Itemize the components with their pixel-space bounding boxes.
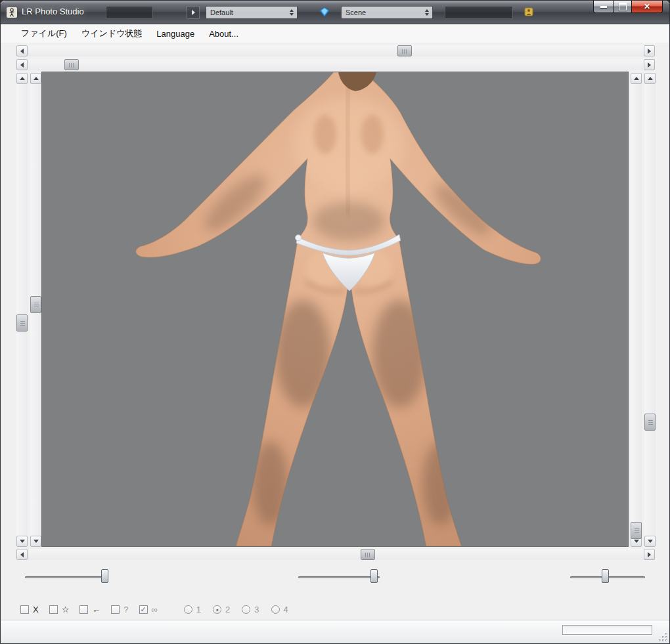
radio-3[interactable]: 3 — [242, 605, 259, 614]
radio-label: 1 — [196, 605, 201, 614]
scrollbar-thumb[interactable] — [30, 296, 41, 313]
window-title: LR Photo Studio — [22, 7, 84, 16]
statusbar — [1, 620, 669, 643]
scene-combobox-value: Scene — [346, 9, 366, 16]
titlebar-dark-field-1[interactable] — [106, 6, 153, 19]
minimize-icon — [600, 6, 607, 8]
scrollbar-track[interactable] — [28, 549, 644, 560]
scrollbar-track[interactable] — [16, 84, 28, 536]
titlebar-dark-field-2[interactable] — [445, 6, 513, 19]
model-render — [42, 72, 628, 546]
menu-about[interactable]: About... — [202, 26, 246, 41]
scroll-up-arrow[interactable] — [631, 73, 642, 84]
slider-right — [566, 567, 650, 588]
left-scrollbar-inner — [30, 73, 41, 547]
slider-left — [20, 567, 112, 588]
scene-combobox[interactable]: Scene — [341, 6, 433, 19]
scrollbar-thumb[interactable] — [361, 549, 375, 560]
menu-window-state[interactable]: ウインドウ状態 — [74, 25, 150, 42]
scroll-up-arrow[interactable] — [16, 73, 28, 84]
scrollbar-thumb[interactable] — [16, 314, 28, 332]
options-row: X ☆ ← ? ✓ ∞ 1 ● 2 3 — [1, 599, 669, 619]
checkbox-label: ∞ — [152, 605, 158, 614]
radio-2[interactable]: ● 2 — [213, 605, 230, 614]
scroll-right-arrow[interactable] — [644, 549, 655, 560]
right-scrollbar-outer — [644, 73, 656, 547]
bottom-scrollbar — [16, 549, 655, 560]
checkbox[interactable] — [20, 605, 29, 614]
minimize-button[interactable] — [593, 1, 613, 13]
scrollbar-track[interactable] — [28, 45, 644, 56]
slider-thumb[interactable] — [602, 569, 609, 583]
radio-4[interactable]: 4 — [271, 605, 288, 614]
radio-label: 4 — [284, 605, 288, 614]
play-icon — [192, 10, 195, 15]
scrollbar-track[interactable] — [30, 84, 41, 536]
app-icon — [7, 7, 17, 18]
close-button[interactable]: ✕ — [631, 1, 663, 13]
slider-thumb[interactable] — [370, 569, 378, 583]
app-window: LR Photo Studio Default Scene ✕ — [0, 0, 670, 644]
radio-button[interactable] — [271, 605, 280, 614]
checkbox-question[interactable]: ? — [111, 605, 128, 614]
scrollbar-track[interactable] — [631, 84, 642, 536]
checkbox-label: X — [33, 605, 39, 614]
checkbox-x[interactable]: X — [20, 605, 39, 614]
slider-track[interactable] — [25, 576, 108, 578]
checkbox[interactable] — [79, 605, 88, 614]
preset-combobox[interactable]: Default — [206, 6, 298, 19]
titlebar[interactable]: LR Photo Studio Default Scene ✕ — [1, 1, 669, 24]
checkbox-label: ☆ — [62, 605, 70, 614]
slider-center — [294, 567, 384, 588]
play-button[interactable] — [187, 6, 200, 19]
status-progress — [562, 625, 652, 635]
close-icon: ✕ — [644, 3, 650, 11]
checkbox-star[interactable]: ☆ — [49, 605, 70, 614]
slider-track[interactable] — [298, 576, 380, 578]
scroll-left-arrow[interactable] — [16, 45, 28, 56]
left-scrollbar-outer — [16, 73, 28, 547]
scrollbar-track[interactable] — [28, 59, 644, 70]
checkbox[interactable]: ✓ — [139, 605, 148, 614]
yellow-icon[interactable] — [524, 7, 533, 16]
radio-1[interactable]: 1 — [184, 605, 201, 614]
blue-gem-icon[interactable] — [320, 7, 329, 16]
checkbox-arrow[interactable]: ← — [79, 605, 100, 614]
resize-grip-icon[interactable] — [659, 633, 667, 641]
menu-file[interactable]: ファイル(F) — [14, 25, 74, 42]
checkbox-infinity[interactable]: ✓ ∞ — [139, 605, 158, 614]
maximize-button[interactable] — [613, 1, 631, 13]
slider-thumb[interactable] — [101, 569, 108, 583]
radio-button[interactable] — [242, 605, 250, 614]
scroll-right-arrow[interactable] — [644, 45, 655, 56]
scroll-down-arrow[interactable] — [30, 536, 41, 547]
checkbox-label: ? — [123, 605, 128, 614]
scrollbar-track[interactable] — [644, 84, 656, 536]
radio-label: 2 — [225, 605, 230, 614]
spinner-icon[interactable] — [423, 8, 431, 17]
radio-button[interactable] — [184, 605, 192, 614]
scroll-up-arrow[interactable] — [30, 73, 41, 84]
scrollbar-thumb[interactable] — [631, 522, 642, 539]
scrollbar-thumb[interactable] — [64, 59, 79, 70]
scroll-up-arrow[interactable] — [644, 73, 656, 84]
scroll-down-arrow[interactable] — [644, 536, 656, 547]
top-scrollbar-1 — [16, 45, 655, 56]
radio-label: 3 — [254, 605, 259, 614]
preset-combobox-value: Default — [210, 9, 233, 16]
checkbox[interactable] — [49, 605, 58, 614]
spinner-icon[interactable] — [288, 8, 296, 17]
scroll-right-arrow[interactable] — [644, 59, 655, 70]
scrollbar-thumb[interactable] — [397, 45, 412, 56]
radio-button[interactable]: ● — [213, 605, 221, 614]
top-scrollbar-2 — [16, 59, 655, 70]
scroll-left-arrow[interactable] — [16, 59, 28, 70]
maximize-icon — [619, 3, 627, 11]
scrollbar-thumb[interactable] — [644, 414, 656, 431]
scroll-left-arrow[interactable] — [16, 549, 28, 560]
model-viewport[interactable] — [41, 72, 629, 547]
menu-language[interactable]: Language — [149, 26, 202, 41]
checkbox[interactable] — [111, 605, 120, 614]
scroll-down-arrow[interactable] — [16, 536, 28, 547]
checkbox-label: ← — [92, 605, 100, 614]
